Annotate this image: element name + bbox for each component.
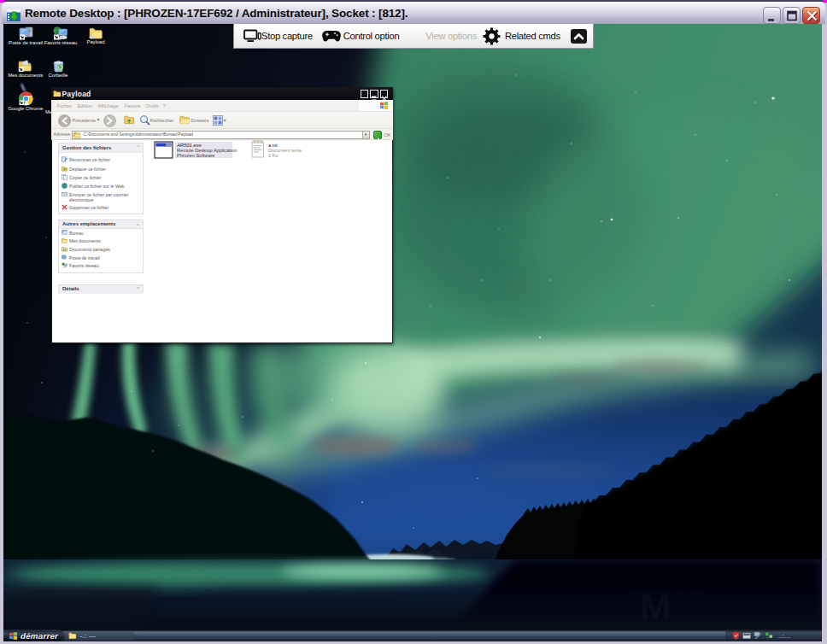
svg-text:WALLPAPER GALLERY: WALLPAPER GALLERY — [630, 588, 705, 596]
